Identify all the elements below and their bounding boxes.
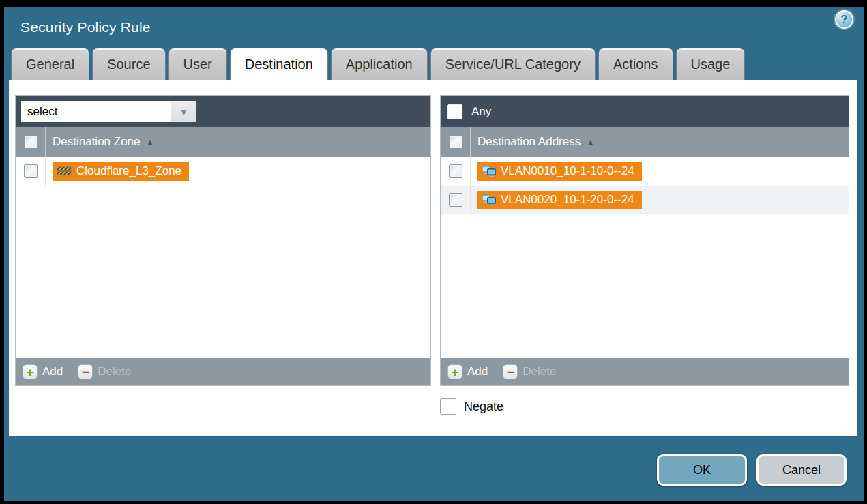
tab-application[interactable]: Application: [331, 48, 428, 80]
delete-minus-icon: −: [503, 364, 518, 379]
address-list: VLAN0010_10-1-10-0--24: [441, 157, 849, 358]
zone-add-button[interactable]: + Add: [23, 364, 63, 379]
security-policy-rule-dialog: Security Policy Rule ? General Source Us…: [0, 0, 867, 504]
negate-row: Negate: [440, 398, 857, 415]
any-checkbox[interactable]: [447, 104, 462, 119]
add-plus-icon: +: [447, 364, 462, 379]
address-delete-button[interactable]: − Delete: [503, 364, 556, 379]
address-row-label: VLAN0020_10-1-20-0--24: [501, 193, 634, 207]
tab-user[interactable]: User: [168, 48, 227, 80]
dialog-title: Security Policy Rule: [20, 19, 151, 35]
add-plus-icon: +: [23, 364, 38, 379]
zone-row-cloudflare-l3-zone[interactable]: Cloudflare_L3_Zone: [16, 157, 430, 186]
sort-ascending-icon: ▲: [147, 138, 154, 146]
address-delete-label: Delete: [523, 365, 556, 379]
destination-tab-content: ▼ Destination Zone ▲: [9, 80, 857, 436]
address-row-checkbox-cell: [441, 157, 471, 186]
dialog-footer: OK Cancel: [4, 436, 864, 501]
negate-checkbox[interactable]: [440, 398, 456, 415]
address-header-checkbox-cell: [441, 127, 471, 157]
any-label: Any: [471, 105, 491, 119]
zone-row-checkbox[interactable]: [24, 164, 38, 178]
address-row-checkbox[interactable]: [449, 164, 462, 178]
title-bar: Security Policy Rule ?: [4, 7, 864, 48]
zone-header-checkbox-cell: [16, 127, 46, 157]
help-icon[interactable]: ?: [835, 10, 853, 29]
zone-column-title: Destination Zone: [53, 135, 141, 149]
network-icon: [482, 194, 496, 206]
address-column-title: Destination Address: [477, 135, 581, 149]
zone-row-label: Cloudflare_L3_Zone: [76, 164, 181, 178]
zone-select-dropdown-button[interactable]: ▼: [171, 101, 196, 122]
address-row-label: VLAN0010_10-1-10-0--24: [501, 164, 634, 178]
network-icon: [482, 166, 496, 177]
negate-label: Negate: [464, 400, 503, 414]
zone-delete-button[interactable]: − Delete: [78, 364, 131, 379]
zone-icon: [57, 166, 72, 177]
address-panel-footer: + Add − Delete: [441, 358, 849, 385]
zone-panel-footer: + Add − Delete: [16, 358, 430, 385]
cancel-button[interactable]: Cancel: [756, 454, 847, 486]
zone-panel-toolbar: ▼: [16, 96, 430, 127]
address-column-header: Destination Address ▲: [441, 127, 849, 157]
address-panel-toolbar: Any: [441, 96, 849, 127]
zone-list: Cloudflare_L3_Zone: [16, 157, 430, 358]
destination-zone-panel: ▼ Destination Zone ▲: [15, 95, 431, 386]
zone-chip[interactable]: Cloudflare_L3_Zone: [53, 162, 189, 181]
address-add-button[interactable]: + Add: [447, 364, 488, 379]
address-row-checkbox-cell: [441, 186, 471, 214]
ok-button[interactable]: OK: [657, 454, 747, 486]
tab-service-url-category[interactable]: Service/URL Category: [430, 48, 596, 80]
zone-select-all-checkbox[interactable]: [24, 135, 38, 149]
zone-delete-label: Delete: [98, 365, 131, 379]
zone-column-header: Destination Zone ▲: [16, 127, 430, 157]
zone-row-checkbox-cell: [16, 157, 46, 186]
destination-address-panel: Any Destination Address ▲: [440, 95, 849, 386]
address-row-vlan0010[interactable]: VLAN0010_10-1-10-0--24: [441, 157, 849, 186]
tab-general[interactable]: General: [11, 48, 89, 80]
address-row-vlan0020[interactable]: VLAN0020_10-1-20-0--24: [441, 186, 849, 214]
address-row-checkbox[interactable]: [449, 193, 462, 207]
address-column-header-label[interactable]: Destination Address ▲: [471, 135, 594, 149]
zone-select-input[interactable]: [21, 101, 171, 122]
zone-column-header-label[interactable]: Destination Zone ▲: [46, 135, 153, 149]
sort-ascending-icon: ▲: [587, 138, 594, 146]
chevron-down-icon: ▼: [179, 107, 189, 117]
tab-destination[interactable]: Destination: [230, 48, 328, 80]
delete-minus-icon: −: [78, 364, 93, 379]
address-add-label: Add: [467, 365, 488, 379]
tab-actions[interactable]: Actions: [598, 48, 673, 80]
address-chip[interactable]: VLAN0010_10-1-10-0--24: [477, 162, 642, 181]
address-chip[interactable]: VLAN0020_10-1-20-0--24: [477, 191, 642, 209]
address-select-all-checkbox[interactable]: [449, 135, 462, 149]
tab-source[interactable]: Source: [92, 48, 165, 80]
panels: ▼ Destination Zone ▲: [15, 95, 857, 386]
tab-usage[interactable]: Usage: [676, 48, 746, 80]
zone-add-label: Add: [42, 365, 63, 379]
zone-select-combo: ▼: [21, 101, 196, 122]
tab-bar: General Source User Destination Applicat…: [4, 48, 864, 80]
